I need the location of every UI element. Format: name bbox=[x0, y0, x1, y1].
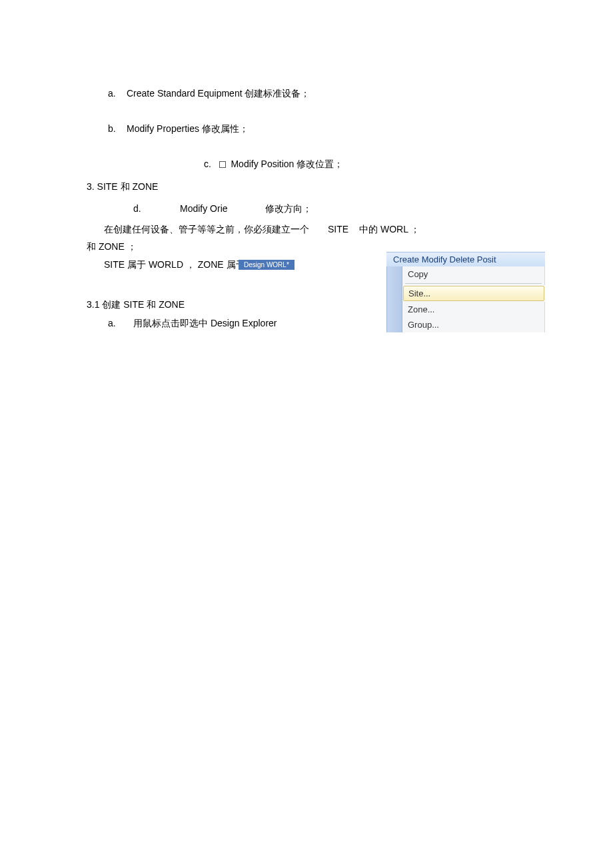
list-item-d: d. Modify Orie 修改方向； bbox=[133, 202, 553, 216]
item-letter: d. bbox=[133, 202, 180, 216]
menu-item-copy[interactable]: Copy bbox=[386, 266, 545, 282]
item-text: 用鼠标点击即选中 Design Explorer bbox=[133, 316, 277, 330]
item-text: Modify Position 修改位置； bbox=[231, 159, 343, 169]
item-letter: b. bbox=[87, 122, 127, 136]
menu-label: Group... bbox=[402, 317, 545, 332]
section-3-heading: 3. SITE 和 ZONE bbox=[87, 179, 553, 194]
list-item-a: a. Create Standard Equipment 创建标准设备； bbox=[87, 87, 553, 101]
item-text: 修改方向； bbox=[265, 202, 312, 216]
menu-header: Create Modify Delete Posit bbox=[386, 252, 545, 266]
checkbox-icon bbox=[219, 161, 226, 168]
menu-item-site[interactable]: Site... bbox=[386, 285, 545, 302]
list-item-b: b. Modify Properties 修改属性； bbox=[87, 122, 553, 136]
item-letter: c. bbox=[204, 159, 211, 169]
item-text: Modify Properties 修改属性； bbox=[127, 122, 553, 136]
paragraph-row-1: 在创建任何设备、管子等等之前，你必须建立一个 SITE 中的 WORL ； bbox=[87, 221, 553, 238]
item-text: Create Standard Equipment 创建标准设备； bbox=[127, 87, 553, 101]
item-letter: a. bbox=[87, 87, 127, 101]
item-text: Modify Orie bbox=[180, 202, 265, 216]
paragraph-text: 中的 WORL ； bbox=[359, 221, 420, 238]
menu-item-zone[interactable]: Zone... bbox=[386, 302, 545, 317]
paragraph-text: SITE bbox=[328, 221, 348, 238]
menu-gutter bbox=[386, 266, 402, 282]
design-worl-badge: Design WORL* bbox=[239, 260, 295, 270]
menu-item-group[interactable]: Group... bbox=[386, 317, 545, 332]
menu-label: Site... bbox=[403, 286, 544, 301]
menu-label: Copy bbox=[402, 266, 545, 282]
menu-gutter bbox=[386, 285, 402, 302]
menu-separator bbox=[386, 282, 545, 285]
list-item-c: c. Modify Position 修改位置； bbox=[204, 157, 553, 171]
menu-gutter bbox=[386, 302, 402, 317]
paragraph-text: 在创建任何设备、管子等等之前，你必须建立一个 bbox=[87, 221, 309, 238]
context-menu: Create Modify Delete Posit Copy Site... … bbox=[386, 252, 545, 332]
menu-gutter bbox=[386, 317, 402, 332]
menu-label: Zone... bbox=[402, 302, 545, 317]
item-letter: a. bbox=[108, 316, 133, 330]
